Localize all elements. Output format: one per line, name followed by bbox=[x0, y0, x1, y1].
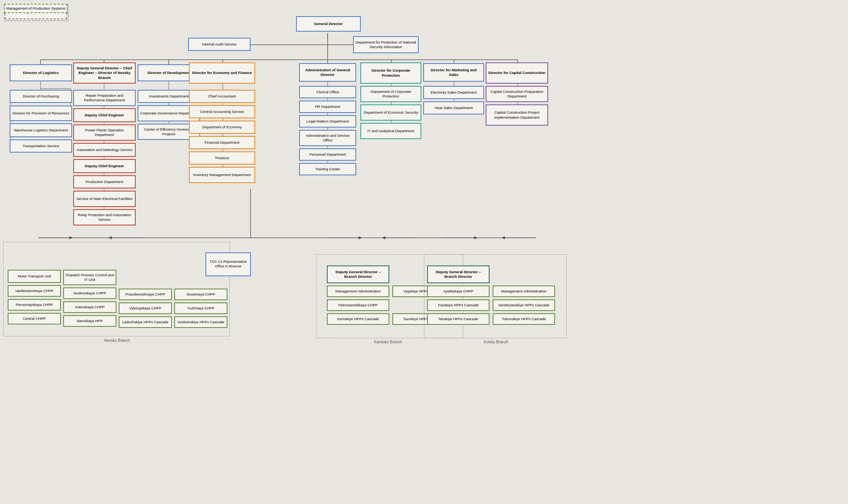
mgmt-production-box: Management of Production Systems bbox=[4, 4, 67, 13]
central-accounting-box: Central Accounting Service bbox=[189, 105, 255, 118]
admin-service-office-label: Administration and Service Office bbox=[301, 133, 354, 143]
dept-corp-protection-box: Department of Corporate Protection bbox=[360, 86, 421, 102]
serebryanskiye-hpps-box: Serebryanskiye HPPs Cascade bbox=[493, 299, 555, 311]
vyborgskaya-chpp-box: Vyborgskaya CHPP bbox=[119, 302, 172, 314]
dept-protection-box: Department for Protection of National Se… bbox=[353, 36, 419, 53]
dir-marketing-box: Director for Marketing and Sales bbox=[423, 63, 484, 82]
tgc-moscow-label: TGC-1's Representative Office in Moscow bbox=[208, 260, 249, 269]
relay-protection-label: Relay Protection and Automation Service bbox=[76, 213, 133, 222]
deputy-gd-branch2-label: Deputy General Director – Branch Directo… bbox=[429, 270, 487, 279]
deputy-gd-chief-eng-label: Deputy General Director – Chief Engineer… bbox=[76, 66, 133, 80]
internal-audit-label: Internal Audit Service bbox=[202, 42, 237, 47]
kemskiye-hpps-label: Kemskiye HPPs Cascade bbox=[337, 317, 379, 321]
mgmt-admin2-label: Management Administration bbox=[501, 289, 547, 294]
deputy-gd-branch1-label: Deputy General Director – Branch Directo… bbox=[329, 270, 387, 279]
central-chpp-box: Central CHPP bbox=[8, 313, 61, 324]
capital-constr-prep-label: Capital Construction Preparation Departm… bbox=[488, 89, 546, 99]
ladozhskiye-hpps-box: Ladozhskiye HPPs Cascade bbox=[119, 316, 172, 328]
mgmt-admin1-label: Management Administration bbox=[335, 289, 381, 294]
deputy-chief-eng2-label: Deputy Chief Engineer bbox=[85, 164, 124, 168]
tgc-moscow-box: TGC-1's Representative Office in Moscow bbox=[205, 252, 251, 276]
motor-transport-box: Motor Transport Unit bbox=[8, 270, 61, 283]
pr-dept-label: PR Department bbox=[315, 104, 340, 109]
nivskiye-hpps-label: Nivskiye HPPs Cascade bbox=[439, 317, 478, 321]
inventory-mgmt-box: Inventory Management Department bbox=[189, 167, 255, 183]
dir-purchasing-box: Director of Purchasing bbox=[10, 90, 72, 103]
severnaya-chpp-label: Severnaya CHPP bbox=[187, 292, 215, 297]
dir-capital-label: Director for Capital Construction bbox=[488, 71, 545, 75]
pazskiye-hpps-box: Pazskiye HPPs Cascade bbox=[427, 299, 490, 311]
vasileostrv-chpp-label: Vasileostrsvkaya CHPP bbox=[15, 289, 54, 293]
central-accounting-label: Central Accounting Service bbox=[200, 109, 244, 114]
production-dept-label: Production Department bbox=[86, 180, 123, 184]
vyborgskaya-chpp-label: Vyborgskaya CHPP bbox=[129, 306, 162, 311]
central-chpp-label: Central CHPP bbox=[23, 316, 46, 321]
dudrovskaya-chpp-label: Dudrovskaya CHPP bbox=[74, 291, 106, 296]
svg-marker-66 bbox=[358, 236, 362, 239]
deputy-chief-eng1-box: Deputy Chief Engineer bbox=[73, 108, 136, 122]
avtovskaya-chpp-label: Avtovskaya CHPP bbox=[75, 305, 104, 309]
deputy-gd-branch2-box: Deputy General Director – Branch Directo… bbox=[427, 265, 490, 283]
warehouse-logistics-label: Warehouse Logistics Department bbox=[14, 128, 68, 133]
training-center-box: Training Center bbox=[299, 163, 356, 175]
narvskaya-hpp-label: Narvskaya HPP bbox=[77, 319, 103, 323]
apatitskaya-chpp-box: Apatitskaya CHPP bbox=[427, 286, 490, 297]
service-electrical-label: Service of Main Electrical Facilities bbox=[76, 197, 133, 201]
legal-matters-box: Legal Matters Department bbox=[299, 115, 356, 128]
svg-marker-70 bbox=[474, 236, 478, 239]
deputy-chief-eng2-box: Deputy Chief Engineer bbox=[73, 159, 136, 173]
capital-constr-prep-box: Capital Construction Preparation Departm… bbox=[486, 86, 548, 102]
dir-logistics-label: Director of Logistics bbox=[23, 71, 59, 75]
warehouse-logistics-box: Warehouse Logistics Department bbox=[10, 123, 72, 137]
svg-marker-68 bbox=[382, 236, 385, 239]
automation-box: Automation and Metrology Service bbox=[73, 143, 136, 157]
petrozavodskaya-box: Petrozavodskaya CHPP bbox=[327, 299, 389, 311]
automation-label: Automation and Metrology Service bbox=[76, 148, 132, 152]
deputy-gd-chief-eng-box: Deputy General Director – Chief Engineer… bbox=[73, 62, 136, 84]
dispatch-process-box: Dispatch Process Control and IT Unit bbox=[63, 270, 116, 285]
pazskiye-hpps-label: Pazskiye HPPs Cascade bbox=[438, 303, 478, 307]
severnaya-chpp-box: Severnaya CHPP bbox=[174, 289, 227, 300]
it-analytical-label: IT and Analytical Department bbox=[367, 129, 414, 133]
transport-service-box: Transportation Service bbox=[10, 139, 72, 153]
admin-service-office-box: Administration and Service Office bbox=[299, 130, 356, 146]
pervomayskaya-chpp-label: Pervomayskaya CHPP bbox=[16, 302, 53, 307]
dir-marketing-label: Director for Marketing and Sales bbox=[426, 68, 482, 77]
dudrovskaya-chpp-box: Dudrovskaya CHPP bbox=[63, 287, 116, 299]
dept-econ-security-box: Department of Economic Security bbox=[360, 104, 421, 121]
kemskiye-hpps-box: Kemskiye HPPs Cascade bbox=[327, 313, 389, 325]
serebryanskiye-hpps-label: Serebryanskiye HPPs Cascade bbox=[498, 303, 550, 307]
dir-purchasing-label: Director of Purchasing bbox=[23, 94, 59, 99]
nivskiye-hpps-box: Nivskiye HPPs Cascade bbox=[427, 313, 490, 325]
pravoberezhnaya-chpp-box: Pravoberezhnaya CHPP bbox=[119, 289, 172, 300]
electricity-sales-box: Electricity Sales Department bbox=[423, 86, 484, 99]
dept-corp-protection-label: Department of Corporate Protection bbox=[363, 89, 419, 99]
org-chart: Management of TGC-1 General Director Int… bbox=[0, 0, 848, 504]
dir-capital-box: Director for Capital Construction bbox=[486, 62, 548, 84]
pervomayskaya-chpp-box: Pervomayskaya CHPP bbox=[8, 299, 61, 311]
general-director-label: General Director bbox=[314, 22, 343, 26]
dir-corp-protection-label: Director for Corporate Protection bbox=[363, 68, 419, 78]
pravoberezhnaya-chpp-label: Pravoberezhnaya CHPP bbox=[125, 292, 165, 297]
financial-dept-box: Financial Department bbox=[189, 136, 255, 149]
treasury-label: Treasury bbox=[215, 156, 229, 160]
chief-accountant-label: Chief Accountant bbox=[208, 94, 236, 99]
mgmt-admin1-box: Management Administration bbox=[327, 286, 389, 297]
petrozavodskaya-label: Petrozavodskaya CHPP bbox=[338, 303, 378, 307]
dept-economy-box: Department of Economy bbox=[189, 121, 255, 134]
investments-label: Investments Department bbox=[149, 94, 189, 99]
karelsky-branch-label: Karelsky Branch bbox=[374, 340, 402, 344]
dir-economy-label: Director for Economy and Finance bbox=[192, 71, 252, 75]
svg-marker-72 bbox=[501, 236, 505, 239]
treasury-box: Treasury bbox=[189, 151, 255, 165]
mgmt-admin2-box: Management Administration bbox=[493, 286, 555, 297]
kolsky-branch-label: Kolsky Branch bbox=[484, 340, 508, 344]
clerical-office-box: Clerical Office bbox=[299, 86, 356, 98]
repair-prep-label: Repair Preparation and Performance Depar… bbox=[76, 93, 133, 103]
dept-protection-label: Department for Protection of National Se… bbox=[355, 40, 416, 50]
vuoksinskiye-hpps-box: Vuoksinskiye HPPs Cascade bbox=[174, 316, 227, 328]
general-director-box: General Director bbox=[296, 16, 361, 32]
relay-protection-box: Relay Protection and Automation Service bbox=[73, 209, 136, 225]
pr-dept-box: PR Department bbox=[299, 101, 356, 113]
personnel-dept-box: Personnel Department bbox=[299, 148, 356, 161]
